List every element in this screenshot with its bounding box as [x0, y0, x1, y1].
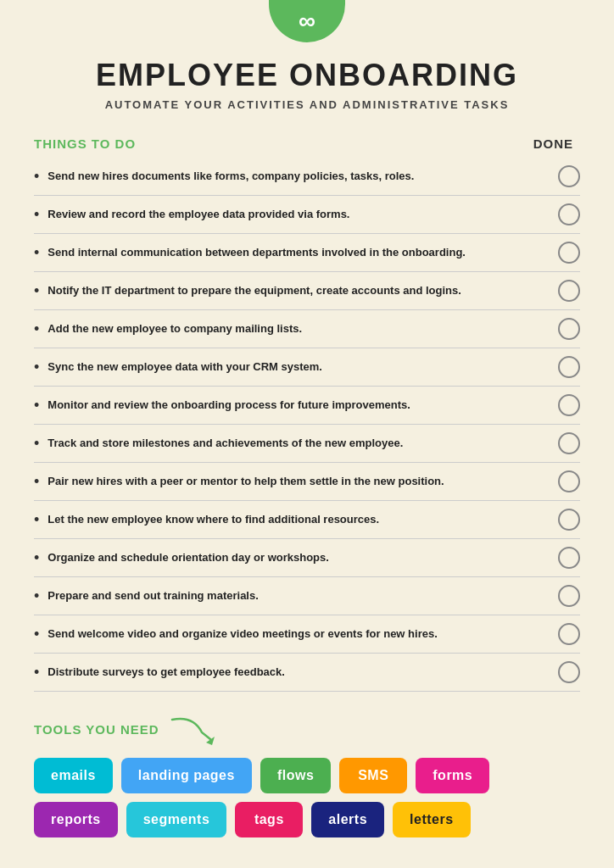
- task-left: • Let the new employee know where to fin…: [34, 511, 558, 529]
- task-item: • Let the new employee know where to fin…: [34, 501, 580, 539]
- task-item: • Prepare and send out training material…: [34, 577, 580, 615]
- tool-badge[interactable]: segments: [126, 802, 227, 837]
- task-text: Distribute surveys to get employee feedb…: [47, 665, 285, 680]
- task-item: • Monitor and review the onboarding proc…: [34, 387, 580, 425]
- task-item: • Distribute surveys to get employee fee…: [34, 654, 580, 692]
- task-checkbox[interactable]: [558, 623, 580, 645]
- task-checkbox[interactable]: [558, 585, 580, 607]
- task-left: • Distribute surveys to get employee fee…: [34, 664, 558, 682]
- tool-badge[interactable]: emails: [34, 758, 113, 793]
- bullet-icon: •: [34, 511, 39, 529]
- header-section: EMPLOYEE ONBOARDING AUTOMATE YOUR ACTIVI…: [0, 42, 614, 120]
- task-text: Monitor and review the onboarding proces…: [47, 398, 410, 413]
- bullet-icon: •: [34, 244, 39, 262]
- task-checkbox[interactable]: [558, 547, 580, 569]
- task-left: • Notify the IT department to prepare th…: [34, 282, 558, 300]
- bullet-icon: •: [34, 282, 39, 300]
- task-left: • Send new hires documents like forms, c…: [34, 168, 558, 186]
- bullet-icon: •: [34, 587, 39, 605]
- task-checkbox[interactable]: [558, 242, 580, 264]
- task-left: • Pair new hires with a peer or mentor t…: [34, 473, 558, 491]
- task-list: • Send new hires documents like forms, c…: [34, 158, 580, 692]
- main-title: EMPLOYEE ONBOARDING: [25, 58, 589, 93]
- task-text: Send welcome video and organize video me…: [47, 626, 437, 642]
- bullet-icon: •: [34, 168, 39, 186]
- bullet-icon: •: [34, 435, 39, 453]
- task-checkbox[interactable]: [558, 318, 580, 340]
- bullet-icon: •: [34, 359, 39, 376]
- task-checkbox[interactable]: [558, 165, 580, 187]
- top-logo-bar: ∞: [0, 0, 614, 42]
- logo-circle: ∞: [269, 0, 345, 42]
- task-text: Organize and schedule orientation day or…: [47, 550, 329, 565]
- task-text: Notify the IT department to prepare the …: [47, 283, 461, 298]
- task-text: Send internal communication between depa…: [47, 245, 466, 260]
- bullet-icon: •: [34, 549, 39, 567]
- tool-badge[interactable]: reports: [34, 802, 118, 837]
- tools-row-1: emailslanding pagesflowsSMSforms: [34, 758, 580, 793]
- task-checkbox[interactable]: [558, 280, 580, 302]
- task-text: Prepare and send out training materials.: [47, 588, 259, 604]
- task-left: • Organize and schedule orientation day …: [34, 549, 558, 567]
- task-text: Track and store milestones and achieveme…: [47, 436, 403, 451]
- tools-label-row: TOOLS YOU NEED: [34, 712, 580, 746]
- task-checkbox[interactable]: [558, 394, 580, 416]
- task-item: • Track and store milestones and achieve…: [34, 425, 580, 463]
- bullet-icon: •: [34, 473, 39, 491]
- task-item: • Send welcome video and organize video …: [34, 615, 580, 654]
- task-left: • Add the new employee to company mailin…: [34, 320, 558, 338]
- task-item: • Send new hires documents like forms, c…: [34, 158, 580, 196]
- bullet-icon: •: [34, 206, 39, 224]
- tools-section: TOOLS YOU NEED emailslanding pagesflowsS…: [34, 712, 580, 854]
- task-item: • Send internal communication between de…: [34, 234, 580, 272]
- task-checkbox[interactable]: [558, 661, 580, 683]
- task-left: • Review and record the employee data pr…: [34, 206, 558, 224]
- task-checkbox[interactable]: [558, 470, 580, 492]
- tool-badge[interactable]: tags: [235, 802, 303, 837]
- tool-badge[interactable]: flows: [260, 758, 331, 793]
- tool-badge[interactable]: SMS: [339, 758, 407, 793]
- task-text: Add the new employee to company mailing …: [47, 321, 302, 337]
- task-text: Sync the new employee data with your CRM…: [47, 359, 322, 375]
- tool-badge[interactable]: letters: [393, 802, 471, 837]
- task-text: Let the new employee know where to find …: [47, 512, 379, 527]
- task-item: • Notify the IT department to prepare th…: [34, 272, 580, 310]
- task-item: • Organize and schedule orientation day …: [34, 539, 580, 577]
- task-item: • Pair new hires with a peer or mentor t…: [34, 463, 580, 501]
- arrow-icon: [168, 715, 219, 746]
- bullet-icon: •: [34, 397, 39, 415]
- task-text: Pair new hires with a peer or mentor to …: [47, 474, 444, 489]
- task-text: Review and record the employee data prov…: [47, 207, 349, 222]
- task-item: • Sync the new employee data with your C…: [34, 348, 580, 387]
- bullet-icon: •: [34, 320, 39, 338]
- task-item: • Review and record the employee data pr…: [34, 196, 580, 234]
- task-left: • Send internal communication between de…: [34, 244, 558, 262]
- task-checkbox[interactable]: [558, 432, 580, 454]
- task-checkbox[interactable]: [558, 509, 580, 531]
- done-label: DONE: [533, 136, 580, 151]
- tool-badge[interactable]: alerts: [311, 802, 384, 837]
- task-left: • Send welcome video and organize video …: [34, 626, 558, 643]
- task-checkbox[interactable]: [558, 203, 580, 225]
- content-area: THINGS TO DO DONE • Send new hires docum…: [0, 120, 614, 863]
- tool-badge[interactable]: forms: [416, 758, 489, 793]
- section-header-row: THINGS TO DO DONE: [34, 136, 580, 151]
- infinity-icon: ∞: [299, 8, 315, 35]
- task-left: • Prepare and send out training material…: [34, 587, 558, 605]
- tools-label: TOOLS YOU NEED: [34, 722, 159, 737]
- task-text: Send new hires documents like forms, com…: [47, 169, 414, 184]
- things-to-do-label: THINGS TO DO: [34, 136, 136, 151]
- task-left: • Track and store milestones and achieve…: [34, 435, 558, 453]
- bullet-icon: •: [34, 626, 39, 643]
- bullet-icon: •: [34, 664, 39, 682]
- tool-badge[interactable]: landing pages: [121, 758, 252, 793]
- subtitle: AUTOMATE YOUR ACTIVITIES AND ADMINISTRAT…: [25, 98, 589, 111]
- task-left: • Sync the new employee data with your C…: [34, 359, 558, 376]
- task-item: • Add the new employee to company mailin…: [34, 310, 580, 348]
- task-checkbox[interactable]: [558, 356, 580, 378]
- tools-row-2: reportssegmentstagsalertsletters: [34, 802, 580, 837]
- task-left: • Monitor and review the onboarding proc…: [34, 397, 558, 415]
